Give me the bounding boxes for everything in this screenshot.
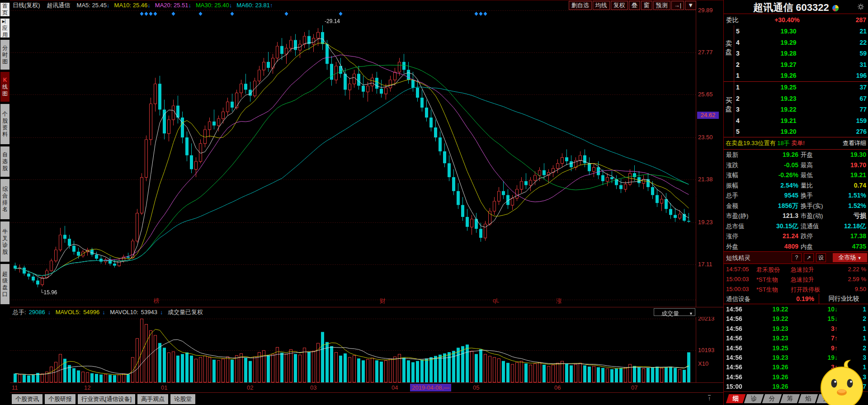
bid-row[interactable]: 319.2277 (734, 104, 868, 115)
volume-total-label: 总手: (13, 309, 26, 316)
level-number: 2 (736, 95, 740, 102)
ask-row[interactable]: 119.26196 (734, 70, 868, 81)
month-tick-label: 03 (310, 384, 316, 391)
level-price: 19.30 (761, 28, 816, 35)
price-tick-label: 29.89 (698, 7, 713, 14)
kline-volume-chart[interactable] (10, 10, 696, 382)
scroll-top-icon[interactable]: ↑ (708, 395, 711, 402)
month-tick-label: 05 (473, 384, 479, 391)
order-book: 卖盘买盘519.3021419.2922319.2859219.2731119.… (724, 25, 868, 137)
ask-row[interactable]: 419.2922 (734, 37, 868, 48)
mavol5-value: 54996 (83, 309, 99, 316)
quote-tab-2[interactable]: 分 (762, 394, 782, 403)
level-price: 19.29 (761, 39, 816, 46)
level-volume: 31 (859, 61, 867, 68)
stat-value: 0.74 (854, 182, 866, 189)
ask-row[interactable]: 219.2731 (734, 59, 868, 71)
sidebar-item-niucha-zhengu[interactable]: 牛叉诊股 (0, 221, 9, 262)
bid-row[interactable]: 419.21159 (734, 115, 868, 127)
trend-icon[interactable]: ↗ (804, 253, 814, 262)
stat-row: 外盘4809内盘4735 (724, 241, 868, 252)
market-scope-dropdown[interactable]: 全市场 ▼ (833, 253, 867, 262)
sidebar-item-char: 图 (2, 58, 8, 65)
alert-stock: *ST生物 (756, 286, 778, 294)
toolbar-button-5[interactable]: 预测 (653, 1, 670, 10)
genie-alert-row[interactable]: 15:00:03*ST生物打开跌停板9.50 (724, 284, 868, 294)
alert-time: 15:00:03 (726, 286, 749, 292)
sidebar-item-fenshitu[interactable]: 分时图 (0, 40, 9, 70)
tick-time: 14:56 (726, 363, 742, 371)
gear-icon[interactable] (857, 3, 864, 10)
sidebar-item-char: 诊 (2, 242, 8, 249)
bid-row[interactable]: 519.20276 (734, 126, 868, 137)
ask-row[interactable]: 319.2859 (734, 48, 868, 59)
quote-tab-1[interactable]: 诊 (744, 394, 764, 403)
stat-row: 市盈(静)121.3市盈(动)亏损 (724, 211, 868, 221)
sidebar-item-apps[interactable]: ▶▏应用 (0, 19, 9, 38)
stat-label: 跌停 (801, 232, 813, 240)
tick-row: 14:5619.233↑1 (724, 324, 868, 333)
alert-text: 在卖盘19.33位置有 (726, 140, 776, 146)
sidebar-item-zixuangu[interactable]: 自选股 (0, 146, 9, 177)
tick-price: 19.26 (755, 383, 805, 390)
quote-tab-4[interactable]: 焰 (798, 394, 818, 403)
market-scope-label: 全市场 (838, 254, 856, 261)
volume-tick-label: 10193 (698, 347, 714, 353)
sidebar-item-char: 超 (2, 271, 8, 278)
sidebar-item-zonghe-paiming[interactable]: 综合排名 (0, 179, 9, 219)
bid-row[interactable]: 219.2367 (734, 93, 868, 104)
toolbar-button-4[interactable]: 窗 (641, 1, 652, 10)
stat-label: 量比 (801, 182, 813, 190)
stat-value: 30.15亿 (751, 222, 798, 231)
quote-tab-0[interactable]: 细 (726, 394, 745, 403)
settings-button[interactable]: 设 (816, 253, 826, 262)
bid-row[interactable]: 119.2537 (734, 82, 868, 93)
duck-mascot[interactable] (819, 360, 864, 405)
tick-trades: 1 (863, 334, 866, 342)
down-arrow-icon: ↓ (107, 2, 110, 9)
bottom-tab-3[interactable]: 高手观点 (137, 394, 168, 404)
stat-value: 1.52% (848, 202, 866, 209)
chevron-down-icon: ▼ (689, 309, 693, 319)
toolbar-button-0[interactable]: 删自选 (569, 1, 592, 10)
toolbar-button-7[interactable]: ▼ (685, 1, 696, 10)
level-volume: 196 (856, 72, 867, 79)
genie-alert-row[interactable]: 15:00:03*ST生物急速拉升2.59 % (724, 274, 868, 284)
toolbar-button-1[interactable]: 均线 (593, 1, 610, 10)
toolbar-button-6[interactable]: →| (671, 1, 684, 10)
bottom-tab-1[interactable]: 个股研报 (45, 394, 75, 404)
volume-indicator-selector[interactable]: 成交量 ▼ (654, 308, 695, 316)
sidebar-item-char: 自 (2, 151, 8, 158)
volume-pane-header: 总手:29086↓ MAVOL5:54996↓ MAVOL10:53943↓ 成… (10, 307, 723, 317)
stat-row: 总市值30.15亿流通值12.18亿 (724, 221, 868, 231)
help-icon[interactable]: ? (792, 253, 802, 262)
tick-time: 14:56 (726, 306, 742, 313)
tick-price: 19.25 (755, 344, 805, 352)
sidebar-item-gegu-ziliao[interactable]: 个股资料 (0, 104, 9, 144)
volume-multiplier-label: X10 (698, 360, 708, 367)
toolbar-button-3[interactable]: 叠 (629, 1, 640, 10)
chart-topbar: 日线(复权) 超讯通信 MA5: 25.45↓MA10: 25.46↓MA20:… (10, 0, 723, 10)
quote-tab-3[interactable]: 筹 (780, 394, 800, 403)
genie-alert-row[interactable]: 14:57:05君禾股份急速拉升2.22 % (724, 264, 868, 274)
bottom-tab-0[interactable]: 个股资讯 (12, 394, 42, 404)
sidebar-item-chaoji-pankou[interactable]: 超级盘口 (0, 264, 9, 304)
toolbar-button-2[interactable]: 复权 (611, 1, 628, 10)
bottom-tab-2[interactable]: 行业资讯[通信设备] (78, 394, 135, 404)
ma-indicator-labels: MA5: 25.45↓MA10: 25.46↓MA20: 25.51↓MA30:… (77, 1, 278, 9)
weibi-value: +30.40% (760, 16, 814, 24)
sidebar-item-home[interactable]: 首页 (0, 3, 9, 16)
sidebar-item-kxiantu[interactable]: K线图 (0, 72, 9, 102)
short-term-genie-bar: 短线精灵 全市场 ▼ ?↗设 (724, 251, 868, 264)
ask-row[interactable]: 519.3021 (734, 26, 868, 37)
month-tick-label: 12 (84, 384, 90, 391)
view-details-link[interactable]: 查看详细 (843, 137, 866, 149)
pie-chart-icon[interactable] (832, 5, 839, 12)
quote-tab-label: 筹 (782, 394, 798, 403)
industry-compare-button[interactable]: 同行业比较 (819, 294, 868, 304)
period-label[interactable]: 日线(复权) (13, 0, 40, 10)
genie-alert-list[interactable]: 14:57:05君禾股份急速拉升2.22 %15:00:03*ST生物急速拉升2… (724, 264, 868, 294)
bottom-tab-4[interactable]: 论股堂 (170, 394, 195, 404)
month-tick-label: 11 (12, 384, 18, 391)
tick-price: 19.23 (755, 325, 805, 332)
